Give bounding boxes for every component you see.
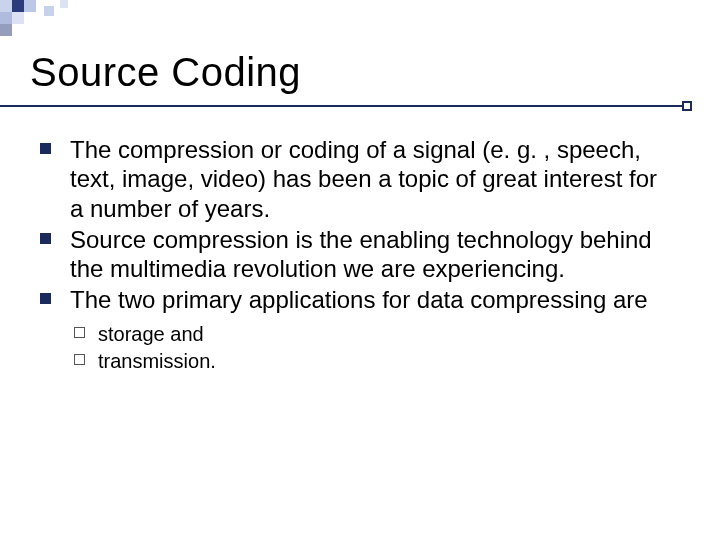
sub-bullet-text: transmission. bbox=[98, 350, 216, 372]
sub-bullet-item: storage and bbox=[98, 321, 675, 348]
hollow-square-bullet-icon bbox=[74, 327, 85, 338]
deco-square bbox=[12, 0, 24, 12]
bullet-text: The compression or coding of a signal (e… bbox=[70, 136, 657, 222]
bullet-text: The two primary applications for data co… bbox=[70, 286, 648, 313]
bullet-item: Source compression is the enabling techn… bbox=[70, 225, 675, 284]
deco-square bbox=[12, 12, 24, 24]
bullet-item: The compression or coding of a signal (e… bbox=[70, 135, 675, 223]
deco-square bbox=[60, 0, 68, 8]
sub-bullet-suffix: and bbox=[165, 323, 204, 345]
deco-square bbox=[0, 12, 12, 24]
bullet-item: The two primary applications for data co… bbox=[70, 285, 675, 374]
slide-title: Source Coding bbox=[30, 50, 690, 95]
sub-bullet-list: storage and transmission. bbox=[98, 321, 675, 375]
square-bullet-icon bbox=[40, 143, 51, 154]
deco-square bbox=[44, 6, 54, 16]
hollow-square-bullet-icon bbox=[74, 354, 85, 365]
title-area: Source Coding bbox=[0, 0, 720, 95]
deco-square bbox=[24, 0, 36, 12]
sub-bullet-item: transmission. bbox=[98, 348, 675, 375]
title-underline bbox=[0, 105, 690, 107]
sub-bullet-text: storage bbox=[98, 323, 165, 345]
square-bullet-icon bbox=[40, 293, 51, 304]
corner-decoration bbox=[0, 0, 100, 42]
bullet-text: Source compression is the enabling techn… bbox=[70, 226, 652, 282]
slide: Source Coding The compression or coding … bbox=[0, 0, 720, 540]
underline-endcap-icon bbox=[682, 101, 692, 111]
deco-square bbox=[0, 24, 12, 36]
body-area: The compression or coding of a signal (e… bbox=[0, 107, 720, 375]
deco-square bbox=[0, 0, 12, 12]
bullet-list: The compression or coding of a signal (e… bbox=[70, 135, 675, 375]
square-bullet-icon bbox=[40, 233, 51, 244]
